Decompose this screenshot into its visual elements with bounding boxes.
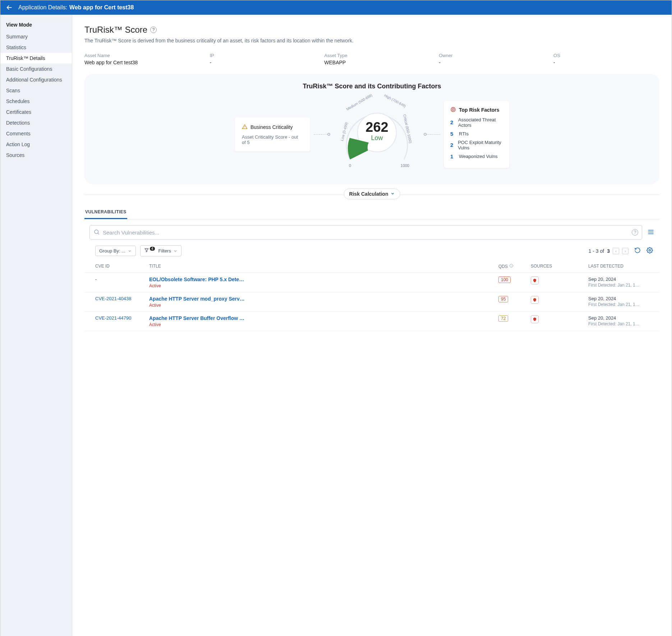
sidebar-item-action-log[interactable]: Action Log <box>0 139 72 150</box>
cell-title[interactable]: EOL/Obsolete Software: PHP 5.x Detected <box>149 277 246 282</box>
cell-status: Active <box>149 283 498 288</box>
cell-first-detected: First Detected: Jan 21, 1… <box>588 321 653 326</box>
risk-item-count: 1 <box>450 153 455 159</box>
qds-badge: 72 <box>498 315 508 322</box>
chevron-down-icon <box>390 191 395 197</box>
cell-last-detected: Sep 20, 2024 <box>588 296 653 301</box>
source-icon <box>531 315 539 323</box>
cell-title[interactable]: Apache HTTP Server Buffer Overflow Vul… <box>149 315 246 321</box>
svg-point-1 <box>451 107 455 112</box>
sidebar-item-summary[interactable]: Summary <box>0 31 72 42</box>
help-icon[interactable]: ? <box>150 27 157 33</box>
page-next-button[interactable]: › <box>622 248 629 254</box>
sidebar-item-additional-config[interactable]: Additional Configurations <box>0 74 72 85</box>
col-header-title[interactable]: TITLE <box>149 264 498 269</box>
cell-cve[interactable]: CVE-2021-40438 <box>95 296 149 301</box>
sidebar-item-sources[interactable]: Sources <box>0 150 72 161</box>
search-icon <box>93 229 100 236</box>
tab-vulnerabilities[interactable]: VULNERABILITIES <box>84 206 127 219</box>
source-icon <box>531 296 539 304</box>
page-title: TruRisk™ Score <box>84 25 147 35</box>
sidebar-item-scans[interactable]: Scans <box>0 85 72 96</box>
filter-icon <box>144 248 149 254</box>
paging-total: 3 <box>607 248 610 254</box>
chevron-down-icon <box>173 249 178 253</box>
cell-status: Active <box>149 322 498 327</box>
cell-last-detected: Sep 20, 2024 <box>588 277 653 282</box>
group-by-button[interactable]: Group By: ... <box>95 246 136 256</box>
gauge-score: 262 <box>365 120 388 135</box>
metadata-row: Asset Name Web app for Cert test38 IP - … <box>84 53 659 65</box>
svg-point-2 <box>452 108 454 110</box>
search-input[interactable] <box>103 229 632 236</box>
risk-item-count: 5 <box>450 131 455 137</box>
business-criticality-card: Business Criticality Asset Criticality S… <box>235 117 310 152</box>
table-row[interactable]: CVE-2021-44790 Apache HTTP Server Buffer… <box>84 312 659 331</box>
risk-item-label: Associated Threat Actors <box>458 117 503 128</box>
main-content: TruRisk™ Score ? The TruRisk™ Score is d… <box>72 15 672 636</box>
gear-icon[interactable] <box>646 247 653 255</box>
cell-last-detected: Sep 20, 2024 <box>588 315 653 321</box>
risk-factors-card: Top Risk Factors 2 Associated Threat Act… <box>444 101 509 168</box>
chevron-down-icon <box>128 249 132 253</box>
cell-cve[interactable]: CVE-2021-44790 <box>95 315 149 321</box>
sidebar-item-schedules[interactable]: Schedules <box>0 96 72 107</box>
sidebar-item-detections[interactable]: Detections <box>0 117 72 128</box>
score-card-title: TruRisk™ Score and its Contributing Fact… <box>95 83 649 90</box>
sidebar-item-basic-config[interactable]: Basic Configurations <box>0 64 72 74</box>
tab-bar: VULNERABILITIES <box>84 206 659 219</box>
gauge-max: 1000 <box>401 163 409 168</box>
risk-calculation-button[interactable]: Risk Calculation <box>344 189 400 199</box>
sidebar-item-statistics[interactable]: Statistics <box>0 42 72 53</box>
page-prev-button[interactable]: ‹ <box>613 248 619 254</box>
sidebar-item-trurisk-details[interactable]: TruRisk™ Details <box>0 53 72 64</box>
score-card: TruRisk™ Score and its Contributing Fact… <box>84 74 659 184</box>
header-title-prefix: Application Details: <box>18 4 67 11</box>
meta-asset-name: Web app for Cert test38 <box>84 60 201 65</box>
refresh-icon[interactable] <box>634 247 641 255</box>
meta-ip: - <box>210 60 316 65</box>
cell-cve: - <box>95 277 149 282</box>
col-header-sources[interactable]: SOURCES <box>531 264 588 269</box>
paging: 1 - 3 of 3 ‹ › <box>589 247 653 255</box>
filters-label: Filters <box>158 248 171 254</box>
group-by-label: Group By: ... <box>99 248 125 254</box>
meta-asset-type: WEBAPP <box>324 60 430 65</box>
biz-body: Asset Criticality Score - out of 5 <box>242 134 303 145</box>
svg-point-4 <box>649 250 651 251</box>
cell-first-detected: First Detected: Jan 21, 1… <box>588 283 653 288</box>
cell-title[interactable]: Apache HTTP Server mod_proxy Server S… <box>149 296 246 302</box>
search-help-icon[interactable]: ? <box>632 229 638 236</box>
qds-badge: 95 <box>498 296 508 302</box>
filters-button[interactable]: 4 Filters <box>140 245 181 256</box>
back-icon[interactable] <box>5 4 13 11</box>
col-header-cve[interactable]: CVE ID <box>95 264 149 269</box>
warning-icon <box>242 124 248 131</box>
col-header-qds[interactable]: QDS <box>498 264 531 269</box>
gauge: 262 Low 0 1000 Low (0-499) Medium (500-6… <box>334 97 420 172</box>
table-row[interactable]: - EOL/Obsolete Software: PHP 5.x Detecte… <box>84 273 659 292</box>
risk-item: 2 POC Exploit Maturity Vulns <box>450 140 503 150</box>
cell-first-detected: First Detected: Jan 21, 1… <box>588 302 653 307</box>
sidebar-item-comments[interactable]: Comments <box>0 128 72 139</box>
sidebar-item-certificates[interactable]: Certificates <box>0 107 72 117</box>
cell-status: Active <box>149 303 498 308</box>
risk-item: 2 Associated Threat Actors <box>450 117 503 128</box>
connector-left <box>314 133 330 136</box>
meta-asset-name-label: Asset Name <box>84 53 201 58</box>
risk-item-label: Weaponized Vulns <box>459 154 498 159</box>
gauge-min: 0 <box>349 163 351 168</box>
risk-item: 5 RTIs <box>450 131 503 137</box>
search-box: ? <box>89 225 642 240</box>
meta-owner-label: Owner <box>439 53 545 58</box>
risk-calculation-label: Risk Calculation <box>349 191 388 197</box>
menu-icon[interactable] <box>647 228 654 237</box>
table-row[interactable]: CVE-2021-40438 Apache HTTP Server mod_pr… <box>84 292 659 312</box>
page-subtitle: The TruRisk™ Score is derived from the b… <box>84 38 659 43</box>
table-header: CVE ID TITLE QDS SOURCES LAST DETECTED <box>84 261 659 273</box>
risk-item-label: POC Exploit Maturity Vulns <box>458 140 503 150</box>
col-header-last-detected[interactable]: LAST DETECTED <box>588 264 653 269</box>
meta-ip-label: IP <box>210 53 316 58</box>
risk-item-label: RTIs <box>459 131 469 136</box>
svg-point-3 <box>95 230 98 234</box>
